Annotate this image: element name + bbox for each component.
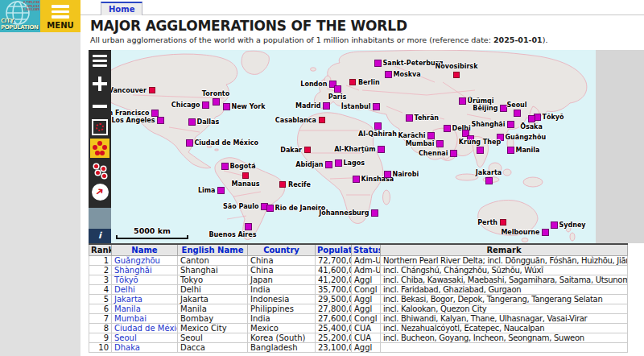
- city-marker[interactable]: İstanbul: [373, 103, 380, 110]
- marker-square-icon[interactable]: [242, 172, 249, 179]
- city-marker[interactable]: Seoul: [514, 110, 521, 117]
- city-marker[interactable]: Berlin: [349, 79, 356, 85]
- marker-square-icon[interactable]: [149, 87, 155, 93]
- marker-square-icon[interactable]: [374, 60, 382, 67]
- marker-square-icon[interactable]: [406, 114, 413, 122]
- city-marker[interactable]: Sydney: [551, 221, 558, 229]
- city-link[interactable]: Delhi: [114, 285, 135, 294]
- marker-square-icon[interactable]: [325, 161, 332, 168]
- city-marker[interactable]: Casablanca: [319, 117, 325, 123]
- map-menu-button[interactable]: [90, 52, 109, 71]
- city-marker[interactable]: Rio de Janeiro: [266, 205, 274, 212]
- marker-square-icon[interactable]: [373, 103, 380, 110]
- marker-square-icon[interactable]: [151, 110, 159, 117]
- city-marker[interactable]: Dallas: [188, 118, 196, 126]
- marker-square-icon[interactable]: [378, 146, 385, 153]
- marker-square-icon[interactable]: [319, 117, 325, 123]
- marker-square-icon[interactable]: [542, 229, 549, 236]
- tab-home[interactable]: Home: [101, 2, 142, 15]
- city-link[interactable]: Tōkyō: [114, 275, 138, 284]
- marker-square-icon[interactable]: [323, 102, 330, 110]
- column-header-population[interactable]: Population: [316, 244, 352, 256]
- city-marker[interactable]: Manaus: [242, 172, 249, 179]
- marker-square-icon[interactable]: [500, 219, 506, 226]
- city-marker[interactable]: Běijīng: [500, 105, 507, 112]
- marker-square-icon[interactable]: [188, 118, 196, 126]
- city-marker[interactable]: Dakar: [304, 147, 311, 153]
- city-marker[interactable]: Ōsaka: [528, 115, 535, 122]
- marker-square-icon[interactable]: [507, 147, 514, 154]
- population-cluster-button[interactable]: [90, 139, 109, 158]
- city-marker[interactable]: Melbourne: [542, 229, 549, 236]
- city-marker[interactable]: Al-Qāhirah: [374, 122, 382, 130]
- city-marker[interactable]: Jakarta: [485, 177, 493, 184]
- city-marker[interactable]: San Francisco: [151, 110, 159, 117]
- city-marker[interactable]: Moskva: [385, 71, 392, 78]
- city-marker[interactable]: Bogotá: [221, 163, 229, 170]
- city-marker[interactable]: Chicago: [202, 101, 209, 109]
- marker-square-icon[interactable]: [217, 187, 225, 194]
- city-marker[interactable]: Paris: [334, 85, 341, 93]
- marker-square-icon[interactable]: [459, 97, 466, 105]
- city-marker[interactable]: Delhi: [444, 125, 451, 132]
- map-info-button[interactable]: i: [89, 229, 111, 243]
- world-map[interactable]: VancouverTorontoChicagoNew YorkSan Franc…: [89, 50, 596, 243]
- city-marker[interactable]: Karāchi: [427, 132, 435, 139]
- marker-square-icon[interactable]: [371, 209, 378, 217]
- marker-square-icon[interactable]: [186, 139, 193, 147]
- city-marker[interactable]: Shànghǎi: [507, 121, 514, 128]
- city-marker[interactable]: Ciudad de México: [186, 139, 193, 147]
- marker-square-icon[interactable]: [500, 105, 507, 112]
- city-marker[interactable]: Novosibirsk: [453, 72, 460, 78]
- marker-square-icon[interactable]: [349, 79, 356, 85]
- marker-square-icon[interactable]: [353, 176, 360, 183]
- city-marker[interactable]: Tehrān: [406, 114, 413, 122]
- marker-square-icon[interactable]: [453, 72, 460, 78]
- city-marker[interactable]: Ürümqi: [459, 97, 466, 105]
- city-marker[interactable]: Sankt-Peterburg: [374, 60, 382, 67]
- city-link[interactable]: Dhaka: [114, 343, 140, 352]
- column-header-status[interactable]: Status: [352, 244, 381, 256]
- city-marker[interactable]: Krung Thep: [477, 147, 484, 154]
- marker-square-icon[interactable]: [221, 163, 229, 170]
- city-marker[interactable]: Recife: [279, 181, 286, 188]
- column-header-english-name[interactable]: English Name: [178, 244, 248, 256]
- city-link[interactable]: Mumbai: [114, 314, 147, 323]
- marker-square-icon[interactable]: [223, 103, 230, 110]
- column-header-name[interactable]: Name: [112, 244, 178, 256]
- marker-square-icon[interactable]: [279, 181, 286, 188]
- marker-square-icon[interactable]: [157, 117, 164, 124]
- city-link[interactable]: Jakarta: [114, 295, 142, 304]
- city-marker[interactable]: Perth: [500, 219, 506, 226]
- marker-square-icon[interactable]: [477, 147, 484, 154]
- city-marker[interactable]: Lagos: [335, 159, 342, 167]
- city-marker[interactable]: Toronto: [213, 98, 220, 106]
- city-link[interactable]: Seoul: [114, 333, 137, 342]
- marker-square-icon[interactable]: [202, 101, 209, 109]
- city-link[interactable]: Shànghǎi: [114, 266, 152, 275]
- marker-square-icon[interactable]: [551, 221, 558, 229]
- marker-square-icon[interactable]: [266, 205, 274, 212]
- city-marker[interactable]: Manila: [507, 147, 514, 154]
- city-marker[interactable]: New York: [223, 103, 230, 110]
- marker-square-icon[interactable]: [427, 132, 435, 139]
- marker-square-icon[interactable]: [514, 110, 521, 117]
- marker-square-icon[interactable]: [450, 150, 457, 157]
- marker-square-icon[interactable]: [385, 71, 392, 78]
- city-link[interactable]: Guǎngzhōu: [114, 256, 160, 265]
- marker-square-icon[interactable]: [528, 115, 535, 122]
- marker-square-icon[interactable]: [304, 147, 311, 153]
- city-marker[interactable]: Kinshasa: [353, 176, 360, 183]
- marker-square-icon[interactable]: [485, 177, 493, 184]
- marker-square-icon[interactable]: [335, 159, 342, 167]
- city-marker[interactable]: Mumbai: [436, 140, 444, 147]
- city-marker[interactable]: Vancouver: [149, 87, 155, 93]
- pan-arrow-button[interactable]: ➜: [92, 184, 109, 201]
- site-logo[interactable]: 2,745,238 425,034 1,003,085 CITY POPULAT…: [0, 0, 40, 32]
- city-marker[interactable]: Johannesburg: [371, 209, 378, 217]
- city-marker[interactable]: Chennai: [450, 150, 457, 157]
- city-marker[interactable]: Lima: [217, 187, 225, 194]
- marker-square-icon[interactable]: [436, 140, 444, 147]
- column-header-country[interactable]: Country: [248, 244, 316, 256]
- marker-square-icon[interactable]: [374, 122, 382, 130]
